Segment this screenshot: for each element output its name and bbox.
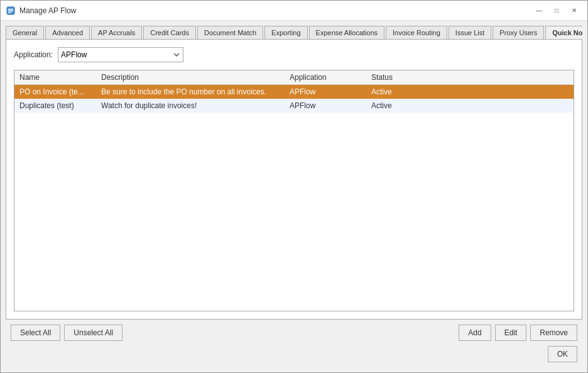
unselect-all-button[interactable]: Unselect All [64,325,122,341]
tab-ap-accruals[interactable]: AP Accruals [91,26,142,40]
tab-invoice-routing[interactable]: Invoice Routing [386,26,447,40]
svg-rect-3 [8,12,11,13]
table-cell-extra [442,85,574,99]
content-area: GeneralAdvancedAP AccrualsCredit CardsDo… [1,21,587,372]
table-cell-name: Duplicates (test) [14,99,96,113]
window-title: Manage AP Flow [19,6,531,15]
table-cell-application: APFlow [285,99,366,113]
table-cell-name: PO on Invoice (te... [14,85,96,99]
table-cell-description: Watch for duplicate invoices! [96,99,285,113]
bottom-bar: Select All Unselect All Add Edit Remove [6,320,582,343]
application-select[interactable]: APFlow [58,47,183,62]
table-cell-application: APFlow [285,85,366,99]
table-row[interactable]: Duplicates (test)Watch for duplicate inv… [14,99,574,113]
table-cell-description: Be sure to include the PO number on all … [96,85,285,99]
application-row: Application: APFlow [14,47,574,62]
tab-credit-cards[interactable]: Credit Cards [143,26,196,40]
table-cell-status: Active [366,85,442,99]
svg-rect-2 [8,10,13,11]
data-table-container: Name Description Application Status PO o… [14,70,574,311]
main-window: Manage AP Flow — □ ✕ GeneralAdvancedAP A… [0,0,588,373]
tab-exporting[interactable]: Exporting [264,26,307,40]
table-header-row: Name Description Application Status [14,70,574,85]
tab-issue-list[interactable]: Issue List [449,26,491,40]
maximize-button[interactable]: □ [548,4,565,17]
bottom-right-buttons: Add Edit Remove [459,325,577,341]
tab-advanced[interactable]: Advanced [45,26,90,40]
window-controls: — □ ✕ [531,4,582,17]
tab-document-match[interactable]: Document Match [197,26,263,40]
table-row[interactable]: PO on Invoice (te...Be sure to include t… [14,85,574,99]
col-header-extra [442,70,574,85]
ok-button[interactable]: OK [548,346,577,362]
main-panel: Application: APFlow Name Description App… [6,40,582,320]
close-button[interactable]: ✕ [566,4,582,17]
bottom-left-buttons: Select All Unselect All [11,325,122,341]
tab-expense-allocations[interactable]: Expense Allocations [309,26,384,40]
footer-bar: OK [6,343,582,367]
tab-general[interactable]: General [6,26,44,40]
title-bar: Manage AP Flow — □ ✕ [1,1,587,21]
select-all-button[interactable]: Select All [11,325,60,341]
minimize-button[interactable]: — [531,4,547,17]
table-cell-extra [442,99,574,113]
tab-proxy-users[interactable]: Proxy Users [493,26,544,40]
tab-bar: GeneralAdvancedAP AccrualsCredit CardsDo… [6,26,582,40]
col-header-status: Status [366,70,442,85]
data-table: Name Description Application Status PO o… [14,70,574,113]
add-button[interactable]: Add [459,325,491,341]
col-header-application: Application [285,70,366,85]
table-cell-status: Active [366,99,442,113]
edit-button[interactable]: Edit [495,325,527,341]
app-icon [6,6,16,16]
application-label: Application: [14,50,53,59]
col-header-description: Description [96,70,285,85]
tab-quick-notes[interactable]: Quick Notes [545,26,582,40]
svg-rect-1 [8,9,13,10]
remove-button[interactable]: Remove [530,325,577,341]
col-header-name: Name [14,70,96,85]
